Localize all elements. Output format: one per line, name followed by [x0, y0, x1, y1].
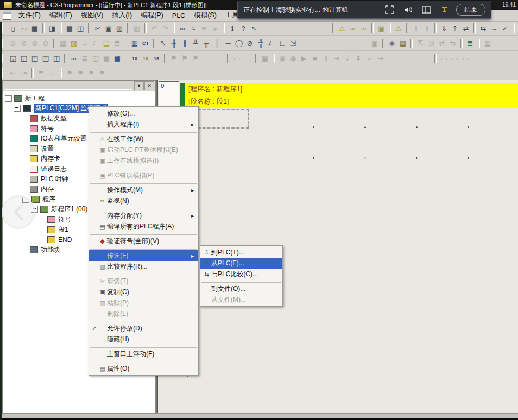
clear-bookmarks-icon[interactable]: ⚑ [97, 68, 108, 79]
cross-reference-popup-icon[interactable]: ∞ [68, 53, 79, 64]
menu-view[interactable]: 视图(V) [77, 10, 108, 21]
zoom-fit-icon[interactable]: ⊙ [8, 38, 18, 49]
monitor-view-icon[interactable]: ≣ [112, 38, 123, 49]
zoom-in-icon[interactable]: ⊕ [29, 38, 40, 49]
next-breakpoint-icon[interactable]: ⚑ [179, 53, 190, 64]
tile-horizontal-icon[interactable]: ◳ [29, 53, 40, 64]
bookmark-icon[interactable]: ⚑ [64, 68, 75, 79]
zoom-region-icon[interactable]: ⊘ [18, 38, 29, 49]
clipboard-icon[interactable]: ▥ [131, 23, 142, 34]
pause-monitor-icon[interactable]: ∞ [358, 23, 369, 34]
new-window-icon[interactable]: ◱ [8, 53, 18, 64]
ct-view-icon[interactable]: CT [140, 38, 151, 49]
verify-symbols-icon[interactable]: ✓ [500, 23, 510, 34]
menu-program[interactable]: 编程(P) [136, 10, 168, 21]
watch-icon[interactable]: ▦ [101, 53, 112, 64]
sim-run-icon[interactable]: ▶ [299, 53, 309, 64]
save-icon[interactable]: ▦ [29, 23, 40, 34]
undo-icon[interactable]: ↶ [149, 23, 160, 34]
signed-decimal-monitor-icon[interactable]: 10 [140, 53, 151, 64]
find-next-icon[interactable]: ≠ [210, 23, 220, 34]
watch-window-icon[interactable]: ≣ [465, 38, 476, 49]
sim-step-out-icon[interactable]: ⇞ [353, 53, 364, 64]
rung-title-bar[interactable]: [程序名 : 新程序1] [段名称 : 段1] [185, 83, 518, 108]
sim-continuous-step-icon[interactable]: » [364, 53, 375, 64]
tile-vertical-icon[interactable]: ◰ [40, 53, 51, 64]
online-edit-begin-icon[interactable]: ⇱ [415, 38, 426, 49]
submenu-from-plc[interactable]: ⇧ 从PLC(F)... [200, 258, 282, 269]
open-file-icon[interactable]: ▱ [18, 23, 29, 34]
menu-cut[interactable]: ✂ 剪切(T) [89, 276, 198, 287]
sim-console-icon[interactable]: ▭ [242, 53, 253, 64]
find-in-project-icon[interactable]: ≋ [199, 23, 210, 34]
set-breakpoint-icon[interactable]: ⚑ [168, 53, 179, 64]
copy-icon[interactable]: ▣ [103, 23, 114, 34]
rung-annotation-icon[interactable]: ≡ [47, 68, 58, 79]
rung-wrap-icon[interactable]: ≢ [90, 38, 101, 49]
reset-tool-icon[interactable]: ⇲ [288, 38, 299, 49]
find-replace-icon[interactable]: ≈ [188, 23, 199, 34]
sim-window-icon[interactable]: ▭ [231, 53, 242, 64]
coil-icon[interactable]: ◯ [233, 38, 244, 49]
cut-icon[interactable]: ✂ [92, 23, 103, 34]
menu-file[interactable]: 文件(F) [14, 10, 45, 21]
io-comment-icon[interactable]: ▦ [129, 38, 140, 49]
contact-no-icon[interactable]: ╫ [168, 38, 179, 49]
zoom-out-icon[interactable]: ⊖ [40, 38, 51, 49]
section-list-icon[interactable]: ▤ [101, 38, 112, 49]
menu-float-in-main-window[interactable]: 主窗口上浮动(F) [89, 348, 198, 359]
menu-monitor[interactable]: ∞ 监视(N) [89, 195, 198, 206]
sim-step-icon[interactable]: ⇥ [331, 53, 342, 64]
menu-insert-program[interactable]: 插入程序(I) [89, 119, 198, 130]
tree-expander-icon[interactable] [14, 105, 21, 112]
transfer-fb-icon[interactable]: ▣ [369, 38, 380, 49]
compare-program-icon[interactable]: ⇄ [460, 23, 471, 34]
help-icon[interactable]: ? [238, 23, 249, 34]
indent-left-icon[interactable]: ⇤ [8, 68, 18, 79]
workspace-close-button[interactable]: ✕ [144, 81, 154, 90]
menu-compare-program[interactable]: ▥ 比较程序(R)... [89, 261, 198, 272]
compile-icon[interactable]: ◈ [387, 38, 397, 49]
cross-reference-report-icon[interactable]: ▦ [482, 38, 493, 49]
online-edit-release-icon[interactable]: ⇆ [447, 38, 458, 49]
sim-online-icon[interactable]: ▣ [260, 53, 270, 64]
pin-icon[interactable] [435, 5, 454, 14]
menu-operating-mode[interactable]: 操作模式(M) [89, 184, 198, 195]
ft-edit-icon[interactable]: ▭ [450, 53, 460, 64]
indent-right-icon[interactable]: ⇥ [18, 68, 29, 79]
clear-breakpoints-icon[interactable]: ⚑ [190, 53, 201, 64]
ft-monitor-icon[interactable]: ▭ [460, 53, 471, 64]
cascade-windows-icon[interactable]: ◲ [18, 53, 29, 64]
work-online-icon[interactable]: ⚠ [337, 23, 348, 34]
submenu-from-file[interactable]: 从文件(M)... [200, 294, 282, 305]
menu-paste[interactable]: ▥ 粘贴(P) [89, 297, 198, 308]
pause-monitoring-icon[interactable]: ‖ [421, 23, 432, 34]
new-file-icon[interactable]: ▯ [8, 23, 18, 34]
print-preview-icon[interactable]: ◫ [75, 23, 86, 34]
symbol-editor-icon[interactable]: ▨ [68, 38, 79, 49]
upload-program-icon[interactable]: ⇑ [450, 23, 460, 34]
submenu-compare-with-plc[interactable]: ⇆ 与PLC比较(C)... [200, 269, 282, 279]
decimal-monitor-icon[interactable]: 10 [129, 53, 140, 64]
menu-plc-error-simulation[interactable]: ▣ PLC错误模拟(P) [89, 170, 198, 181]
prev-bookmark-icon[interactable]: ⚑ [86, 68, 97, 79]
monitor-icon[interactable]: ∞ [348, 23, 358, 34]
window-layout-icon[interactable] [417, 6, 435, 14]
menu-plc[interactable]: PLC [168, 11, 189, 21]
hex-monitor-icon[interactable]: 16 [151, 53, 162, 64]
sim-step-in-icon[interactable]: ⇣ [342, 53, 353, 64]
menu-transfer[interactable]: 传送(F) [89, 250, 198, 261]
submenu-to-plc[interactable]: ⇩ 到PLC(T)... [200, 247, 282, 258]
menu-work-online[interactable]: ⚠ 在线工作(W) [89, 133, 198, 144]
find-icon[interactable]: ∞ [177, 23, 188, 34]
contact-nc-icon[interactable]: ∦ [179, 38, 190, 49]
back-overlay-button[interactable] [2, 195, 35, 229]
menu-simulation[interactable]: 模拟(S) [189, 10, 221, 21]
pause-at-trigger-icon[interactable]: ‖ [410, 23, 421, 34]
transfer-to-unit-icon[interactable]: → [489, 23, 500, 34]
instruction-icon[interactable]: ╬ [255, 38, 266, 49]
info-icon[interactable]: ℹ [227, 23, 238, 34]
function-block-invoke-icon[interactable]: ≢ [266, 38, 277, 49]
inverse-icon[interactable]: ∟ [277, 38, 288, 49]
menu-edit[interactable]: 编辑(E) [45, 10, 77, 21]
